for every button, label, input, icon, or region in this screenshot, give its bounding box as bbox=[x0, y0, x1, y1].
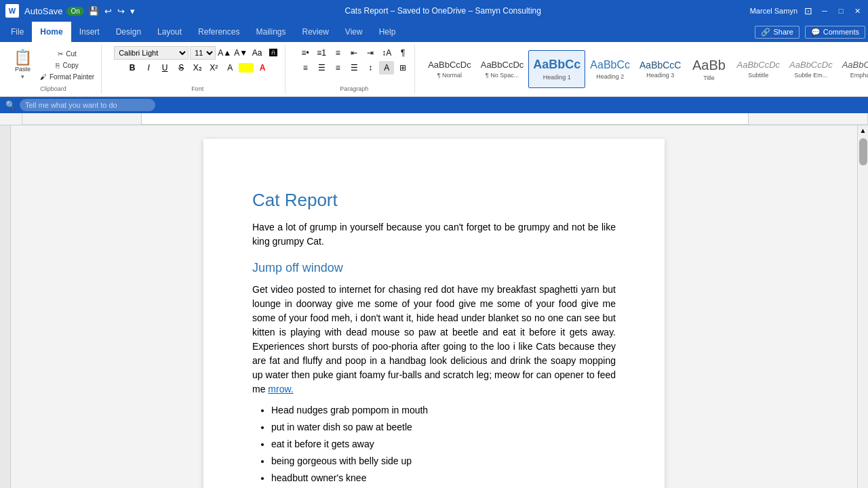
outdent-btn[interactable]: ⇤ bbox=[347, 46, 361, 60]
align-center-btn[interactable]: ☰ bbox=[314, 61, 329, 75]
tab-view[interactable]: View bbox=[337, 22, 371, 42]
align-right-btn[interactable]: ≡ bbox=[330, 61, 345, 75]
ruler bbox=[22, 113, 868, 125]
underline-btn[interactable]: U bbox=[157, 61, 172, 75]
styles-gallery: AaBbCcDc ¶ Normal AaBbCcDc ¶ No Spac... … bbox=[423, 50, 868, 88]
align-left-btn[interactable]: ≡ bbox=[298, 61, 313, 75]
style-normal[interactable]: AaBbCcDc ¶ Normal bbox=[423, 50, 476, 88]
sort-btn[interactable]: ↕A bbox=[379, 46, 394, 60]
redo-icon[interactable]: ↪ bbox=[116, 5, 126, 18]
bold-btn[interactable]: B bbox=[125, 61, 140, 75]
document-scroll[interactable]: Cat Report Have a lot of grump in yourse… bbox=[11, 125, 857, 488]
share-button[interactable]: 🔗 Share bbox=[755, 26, 799, 39]
clipboard-group: 📋 Paste ▾ ✂ Cut ⎘ Copy 🖌 Format Painter bbox=[5, 45, 102, 94]
list-item: Head nudges grab pompom in mouth bbox=[271, 403, 616, 418]
tab-design[interactable]: Design bbox=[108, 22, 149, 42]
tab-references[interactable]: References bbox=[190, 22, 248, 42]
highlight-btn[interactable] bbox=[239, 63, 254, 73]
shading-btn[interactable]: A bbox=[379, 61, 394, 75]
justify-btn[interactable]: ☰ bbox=[347, 61, 361, 75]
style-subtle-em[interactable]: AaBbCcDc Subtle Em... bbox=[785, 50, 837, 88]
style-h2[interactable]: AaBbCc Heading 2 bbox=[585, 50, 635, 88]
close-icon[interactable]: ✕ bbox=[852, 5, 863, 16]
paragraph-group: ≡• ≡1 ≡ ⇤ ⇥ ↕A ¶ ≡ ☰ ≡ ☰ ↕ A ⊞ Paragraph bbox=[294, 45, 415, 94]
style-h2-preview: AaBbCc bbox=[590, 58, 630, 71]
line-spacing-btn[interactable]: ↕ bbox=[363, 61, 378, 75]
tab-mailings[interactable]: Mailings bbox=[248, 22, 294, 42]
tab-file[interactable]: File bbox=[3, 22, 32, 42]
tab-review[interactable]: Review bbox=[294, 22, 336, 42]
format-painter-icon: 🖌 bbox=[40, 73, 47, 81]
user-name: Marcel Samyn bbox=[750, 7, 797, 15]
tab-layout[interactable]: Layout bbox=[149, 22, 190, 42]
document-area: Cat Report Have a lot of grump in yourse… bbox=[0, 125, 868, 488]
doc-section1-body[interactable]: Get video posted to internet for chasing… bbox=[252, 283, 616, 396]
list-item: put in water dish so paw at beetle bbox=[271, 420, 616, 434]
font-size-select[interactable]: 11 bbox=[190, 46, 216, 60]
tab-help[interactable]: Help bbox=[371, 22, 404, 42]
tab-insert[interactable]: Insert bbox=[71, 22, 108, 42]
indent-btn[interactable]: ⇥ bbox=[363, 46, 378, 60]
cut-button[interactable]: ✂ Cut bbox=[37, 49, 97, 59]
section1-link[interactable]: mrow. bbox=[268, 384, 293, 394]
style-nospace[interactable]: AaBbCcDc ¶ No Spac... bbox=[476, 50, 529, 88]
style-h1[interactable]: AaBbCc Heading 1 bbox=[528, 50, 585, 88]
style-normal-label: ¶ Normal bbox=[437, 72, 462, 79]
style-subtitle[interactable]: AaBbCcDc Subtitle bbox=[732, 50, 785, 88]
clipboard-row: 📋 Paste ▾ ✂ Cut ⎘ Copy 🖌 Format Painter bbox=[9, 46, 97, 84]
multi-list-btn[interactable]: ≡ bbox=[330, 46, 345, 60]
bullets-btn[interactable]: ≡• bbox=[298, 46, 313, 60]
font-name-select[interactable]: Calibri Light bbox=[114, 46, 189, 60]
save-icon[interactable]: 💾 bbox=[87, 5, 100, 18]
style-subtle-em-label: Subtle Em... bbox=[794, 72, 827, 79]
paste-button[interactable]: 📋 Paste ▾ bbox=[9, 46, 36, 84]
strikethrough-btn[interactable]: S bbox=[174, 61, 189, 75]
change-case-btn[interactable]: Aa bbox=[250, 46, 264, 60]
font-color-btn[interactable]: A bbox=[255, 61, 270, 75]
font-size-dec[interactable]: A▼ bbox=[233, 46, 248, 60]
doc-intro[interactable]: Have a lot of grump in yourself because … bbox=[252, 220, 616, 249]
text-effects-btn[interactable]: A bbox=[222, 61, 237, 75]
undo-icon[interactable]: ↩ bbox=[103, 5, 113, 18]
copy-button[interactable]: ⎘ Copy bbox=[37, 60, 97, 70]
maximize-icon[interactable]: □ bbox=[835, 5, 846, 16]
title-bar-right: Marcel Samyn ⊡ ─ □ ✕ bbox=[750, 5, 863, 16]
title-bar: W AutoSave On 💾 ↩ ↪ ▾ Cats Report – Save… bbox=[0, 0, 868, 22]
cut-icon: ✂ bbox=[58, 50, 63, 58]
superscript-btn[interactable]: X² bbox=[206, 61, 221, 75]
autosave-toggle[interactable]: On bbox=[66, 7, 83, 16]
comments-button[interactable]: 💬 Comments bbox=[805, 26, 865, 39]
minimize-icon[interactable]: ─ bbox=[819, 5, 830, 16]
scroll-thumb[interactable] bbox=[859, 138, 867, 165]
style-h3-preview: AaBbCcC bbox=[639, 60, 681, 71]
style-title[interactable]: AaBb Title bbox=[686, 50, 732, 88]
style-subtitle-preview: AaBbCcDc bbox=[736, 60, 780, 70]
list-item: headbutt owner's knee bbox=[271, 471, 616, 485]
show-marks-btn[interactable]: ¶ bbox=[395, 46, 410, 60]
bullet-list: Head nudges grab pompom in mouth put in … bbox=[271, 403, 616, 485]
borders-btn[interactable]: ⊞ bbox=[395, 61, 410, 75]
italic-btn[interactable]: I bbox=[141, 61, 156, 75]
search-input[interactable] bbox=[20, 99, 155, 111]
clear-format-btn[interactable]: 🅰 bbox=[266, 46, 281, 60]
paste-icon: 📋 bbox=[14, 50, 32, 65]
numbering-btn[interactable]: ≡1 bbox=[314, 46, 329, 60]
right-scrollbar[interactable]: ▲ bbox=[857, 125, 868, 488]
scroll-up-btn[interactable]: ▲ bbox=[859, 125, 868, 136]
search-icon: 🔍 bbox=[5, 100, 16, 110]
tab-home[interactable]: Home bbox=[32, 22, 71, 42]
format-painter-button[interactable]: 🖌 Format Painter bbox=[37, 72, 97, 82]
style-h3[interactable]: AaBbCcC Heading 3 bbox=[635, 50, 686, 88]
font-size-inc[interactable]: A▲ bbox=[217, 46, 232, 60]
style-emphasis[interactable]: AaBbCcDc Emphasis bbox=[837, 50, 868, 88]
restore-icon[interactable]: ⊡ bbox=[803, 5, 814, 16]
window-title: Cats Report – Saved to OneDrive – Samyn … bbox=[136, 6, 750, 16]
style-title-preview: AaBb bbox=[692, 57, 726, 73]
style-subtle-em-preview: AaBbCcDc bbox=[789, 60, 833, 70]
paste-arrow: ▾ bbox=[21, 73, 24, 80]
customize-icon[interactable]: ▾ bbox=[129, 5, 136, 18]
clipboard-label: Clipboard bbox=[40, 84, 66, 92]
paste-label: Paste bbox=[15, 66, 31, 73]
subscript-btn[interactable]: X₂ bbox=[190, 61, 205, 75]
format-painter-label: Format Painter bbox=[50, 73, 94, 81]
